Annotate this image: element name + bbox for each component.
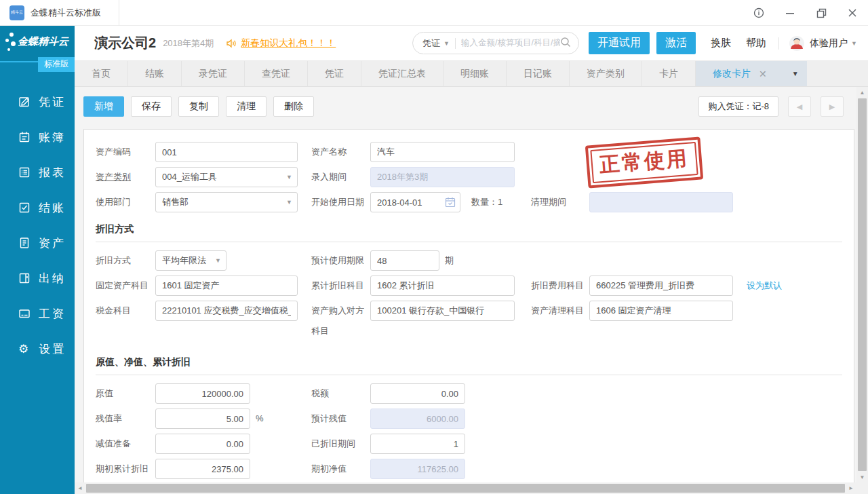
help-button[interactable]: 帮助: [746, 37, 766, 50]
sidebar-item-books[interactable]: 账簿: [0, 119, 75, 155]
window-titlebar: 精斗云 金蝶精斗云标准版: [0, 0, 868, 26]
skin-button[interactable]: 换肤: [711, 37, 731, 50]
purchase-voucher-button[interactable]: 购入凭证：记-8: [698, 96, 778, 117]
tab-asset-category[interactable]: 资产类别: [570, 61, 642, 86]
tax-amount-input[interactable]: [370, 383, 465, 404]
scroll-left-icon[interactable]: ◄: [75, 482, 85, 494]
prev-card-button[interactable]: ◀: [788, 96, 811, 117]
trial-button[interactable]: 开通试用: [589, 32, 650, 54]
sidebar-item-label: 工资: [39, 306, 66, 322]
tax-account-input[interactable]: [155, 301, 298, 321]
asset-code-input[interactable]: [155, 142, 298, 162]
cleanup-button[interactable]: 清理: [226, 96, 267, 117]
sidebar-item-label: 报表: [39, 165, 66, 180]
asset-category-select[interactable]: ▼: [155, 167, 298, 187]
search-category-select[interactable]: 凭证 ▼: [422, 37, 450, 50]
save-button[interactable]: 保存: [131, 96, 172, 117]
start-date-picker[interactable]: [370, 192, 460, 212]
document-tabbar: 首页 结账 录凭证 查凭证 凭证 凭证汇总表 明细账 日记账 资产类别 卡片 修…: [75, 61, 868, 87]
restore-button[interactable]: [806, 0, 837, 26]
sidebar-item-reports[interactable]: 报表: [0, 155, 75, 190]
department-select[interactable]: ▼: [155, 192, 298, 212]
section-values-title: 原值、净值、累计折旧: [96, 356, 842, 375]
scroll-up-icon[interactable]: ▲: [856, 87, 868, 98]
header-divider: [778, 37, 779, 50]
tab-card[interactable]: 卡片: [642, 61, 696, 86]
tab-query-voucher[interactable]: 查凭证: [245, 61, 308, 86]
sidebar: 金蝶精斗云 标准版 凭证 账簿 报表 结账 资产 出纳 工资: [0, 26, 75, 494]
expected-life-input[interactable]: [370, 250, 439, 271]
sidebar-item-assets[interactable]: 资产: [0, 225, 75, 261]
info-icon[interactable]: [743, 0, 774, 26]
tax-account-label: 税金科目: [96, 301, 155, 321]
asset-name-input[interactable]: [370, 142, 515, 162]
tab-voucher[interactable]: 凭证: [308, 61, 361, 86]
department-value[interactable]: [155, 192, 298, 212]
fixed-asset-account-input[interactable]: [155, 276, 298, 296]
expense-account-label: 折旧费用科目: [531, 276, 589, 296]
asset-name-label: 资产名称: [311, 142, 370, 162]
depreciation-method-value[interactable]: [155, 250, 226, 271]
status-stamp: 正常使用: [585, 136, 703, 188]
close-tab-icon[interactable]: ✕: [759, 69, 767, 79]
delete-button[interactable]: 删除: [273, 96, 314, 117]
next-card-button[interactable]: ▶: [821, 96, 844, 117]
department-label: 使用部门: [96, 192, 155, 212]
accumulated-account-input[interactable]: [370, 276, 515, 296]
tab-detail-ledger[interactable]: 明细账: [443, 61, 507, 86]
sidebar-item-payroll[interactable]: 工资: [0, 296, 75, 331]
expense-account-input[interactable]: [589, 276, 733, 296]
vertical-scroll-thumb[interactable]: [858, 98, 867, 471]
initial-accumulated-input[interactable]: [155, 459, 250, 479]
sidebar-item-label: 凭证: [39, 94, 66, 110]
search-icon[interactable]: [560, 37, 572, 50]
sidebar-item-settings[interactable]: ⚙ 设置: [0, 331, 75, 366]
sidebar-item-label: 出纳: [39, 271, 66, 286]
impairment-input[interactable]: [155, 434, 250, 454]
tab-edit-card-active[interactable]: 修改卡片 ✕: [696, 61, 784, 86]
tab-closing[interactable]: 结账: [128, 61, 182, 86]
announcement-icon: [226, 39, 237, 48]
current-period: 2018年第4期: [163, 37, 214, 50]
life-unit: 期: [445, 250, 454, 271]
vertical-scrollbar[interactable]: ▲ ▼: [856, 87, 868, 482]
sidebar-item-voucher[interactable]: 凭证: [0, 84, 75, 119]
tab-home[interactable]: 首页: [75, 61, 128, 86]
set-default-link[interactable]: 设为默认: [747, 276, 782, 296]
tab-enter-voucher[interactable]: 录凭证: [182, 61, 245, 86]
residual-rate-input[interactable]: [155, 408, 250, 429]
horizontal-scrollbar[interactable]: ◄ ►: [75, 482, 856, 494]
entry-period-label: 录入期间: [311, 167, 370, 187]
entry-period-input: [370, 167, 515, 187]
search-input[interactable]: 输入金额/核算项目/科目/摘要: [461, 37, 560, 49]
close-button[interactable]: [837, 0, 868, 26]
minimize-button[interactable]: [774, 0, 806, 26]
asset-category-value[interactable]: [155, 167, 298, 187]
scroll-down-icon[interactable]: ▼: [856, 472, 868, 482]
tab-list-dropdown[interactable]: ▼: [784, 61, 807, 86]
purchase-account-input[interactable]: [370, 301, 515, 321]
depreciation-method-select[interactable]: ▼: [155, 250, 226, 271]
initial-net-input: [370, 459, 465, 479]
scroll-right-icon[interactable]: ►: [846, 482, 856, 494]
chevron-down-icon: ▼: [851, 40, 857, 47]
calendar-icon[interactable]: [445, 197, 456, 210]
tab-voucher-summary[interactable]: 凭证汇总表: [361, 61, 443, 86]
copy-button[interactable]: 复制: [178, 96, 219, 117]
promo-link[interactable]: 新春知识大礼包！！！: [241, 37, 336, 50]
sidebar-item-label: 资产: [39, 235, 66, 251]
sidebar-item-closing[interactable]: 结账: [0, 190, 75, 225]
depreciated-periods-input[interactable]: [370, 434, 465, 454]
expected-residual-input: [370, 408, 465, 429]
original-value-input[interactable]: [155, 383, 250, 404]
new-button[interactable]: 新增: [83, 96, 124, 117]
quantity-label: 数量：: [471, 197, 498, 207]
sidebar-item-cashier[interactable]: 出纳: [0, 261, 75, 296]
cleanup-account-input[interactable]: [589, 301, 733, 321]
user-menu[interactable]: 体验用户 ▼: [789, 35, 857, 52]
sidebar-item-label: 设置: [39, 341, 66, 357]
activate-button[interactable]: 激活: [656, 32, 696, 54]
asset-category-label[interactable]: 资产类别: [96, 167, 155, 187]
horizontal-scroll-thumb[interactable]: [86, 484, 845, 493]
tab-journal[interactable]: 日记账: [507, 61, 570, 86]
